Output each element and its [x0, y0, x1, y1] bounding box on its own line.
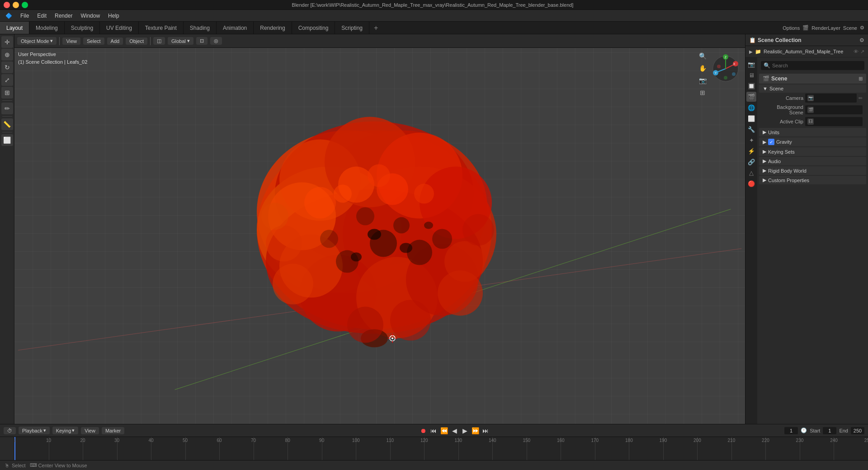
menu-window[interactable]: Window [77, 12, 104, 20]
scene-expand-icon[interactable]: ⊞ [859, 76, 863, 82]
grid-vp-icon[interactable]: ⊞ [697, 87, 708, 98]
viewport-3d[interactable]: Object Mode ▾ View Select Add Object ◫ G… [14, 34, 745, 424]
timeline-controls: ⏱ Playback ▾ Keying ▾ View Marker ⏺ ⏮ ⏪ … [0, 424, 868, 437]
view-menu[interactable]: View [62, 38, 80, 45]
menu-help[interactable]: Help [104, 12, 123, 20]
cursor-tool[interactable]: ✛ [1, 36, 13, 48]
add-primitive-tool[interactable]: ⬜ [1, 134, 13, 146]
nav-gizmo[interactable]: X Y Z [710, 51, 741, 82]
transform-tool[interactable]: ⊞ [1, 87, 13, 99]
close-button[interactable] [4, 2, 10, 8]
prop-tab-output[interactable]: 🖥 [746, 70, 756, 80]
menu-blender[interactable]: 🔷 [2, 12, 16, 20]
prop-tab-view-layer[interactable]: 🔲 [746, 81, 756, 91]
collection-info: (1) Scene Collection | Leafs_02 [18, 58, 87, 66]
prop-tab-material[interactable]: 🔴 [746, 179, 756, 188]
rotate-tool[interactable]: ↻ [1, 61, 13, 73]
hand-icon[interactable]: ✋ [697, 63, 708, 74]
annotate-tool[interactable]: ✏ [1, 103, 13, 114]
chevron-down-icon-4: ▾ [72, 428, 75, 433]
current-frame-field[interactable]: 1 [784, 427, 798, 434]
viewport-shading-wire[interactable]: ◫ [153, 37, 165, 45]
prop-tab-modifier[interactable]: 🔧 [746, 124, 756, 134]
keying-sets-header[interactable]: ▶ Keying Sets [759, 147, 866, 156]
prev-keyframe-button[interactable]: ⏪ [439, 426, 448, 435]
start-frame-field[interactable]: 1 [823, 427, 836, 434]
end-frame-field[interactable]: 250 [851, 427, 864, 434]
tab-shading[interactable]: Shading [184, 22, 217, 34]
scale-tool[interactable]: ⤢ [1, 74, 13, 86]
jump-end-button[interactable]: ⏭ [481, 426, 490, 435]
tab-scripting[interactable]: Scripting [335, 22, 369, 34]
search-bar[interactable]: 🔍 [761, 61, 864, 70]
tab-modeling[interactable]: Modeling [29, 22, 65, 34]
menu-render[interactable]: Render [51, 12, 76, 20]
menu-edit[interactable]: Edit [33, 12, 50, 20]
global-coord[interactable]: Global ▾ [168, 37, 193, 45]
rigid-body-header[interactable]: ▶ Rigid Body World [759, 166, 866, 175]
audio-section-header[interactable]: ▶ Audio [759, 157, 866, 165]
prop-tab-constraints[interactable]: 🔗 [746, 157, 756, 167]
search-input[interactable] [772, 63, 862, 68]
mode-select[interactable]: Object Mode ▾ [17, 37, 57, 45]
move-tool[interactable]: ⊕ [1, 49, 13, 61]
select-menu[interactable]: Select [83, 38, 104, 45]
search-vp-icon[interactable]: 🔍 [697, 51, 708, 61]
outliner-item[interactable]: ▶ 📁 Realistic_Autumn_Red_Maple_Tree 👁 ↗ [745, 46, 868, 57]
options-label: Options [783, 25, 800, 31]
timeline-main[interactable]: 1102030405060708090100110120130140150160… [14, 437, 868, 460]
maximize-button[interactable] [22, 2, 28, 8]
eye-icon[interactable]: 👁 [854, 49, 859, 54]
object-menu[interactable]: Object [126, 38, 147, 45]
tab-sculpting[interactable]: Sculpting [65, 22, 100, 34]
prop-tab-particles[interactable]: ✦ [746, 135, 756, 145]
prop-tab-world[interactable]: 🌐 [746, 103, 756, 113]
marker-menu[interactable]: Marker [102, 427, 124, 434]
outliner-filter[interactable]: ⚙ [859, 37, 864, 43]
ruler-label: 160 [557, 438, 565, 443]
view-menu-tl[interactable]: View [81, 427, 99, 434]
timeline-track: 1102030405060708090100110120130140150160… [0, 437, 868, 460]
units-section-header[interactable]: ▶ Units [759, 128, 866, 136]
minimize-button[interactable] [13, 2, 19, 8]
gravity-section-header[interactable]: ▶ ✓ Gravity [759, 137, 866, 146]
menu-file[interactable]: File [17, 12, 33, 20]
keying-menu[interactable]: Keying ▾ [52, 427, 79, 434]
camera-value[interactable]: 📷 [805, 94, 857, 103]
camera-edit-icon[interactable]: ✏ [859, 95, 863, 101]
gravity-checkbox[interactable]: ✓ [768, 139, 774, 145]
tab-layout[interactable]: Layout [0, 22, 29, 34]
active-clip-value[interactable]: 🎞 [805, 117, 863, 126]
prop-tab-scene[interactable]: 🎬 [746, 92, 756, 102]
proportional-edit[interactable]: ◎ [210, 37, 222, 45]
prop-tab-render[interactable]: 📷 [746, 59, 756, 69]
camera-vp-icon[interactable]: 📷 [697, 75, 708, 86]
play-button[interactable]: ▶ [460, 426, 469, 435]
next-keyframe-button[interactable]: ⏩ [471, 426, 480, 435]
tab-rendering[interactable]: Rendering [254, 22, 292, 34]
select-icon[interactable]: ↗ [860, 49, 864, 55]
scene-section: ▼ Scene Camera 📷 ✏ Background Scene 🎬 [759, 85, 866, 127]
tab-texture-paint[interactable]: Texture Paint [139, 22, 184, 34]
add-menu[interactable]: Add [107, 38, 123, 45]
jump-start-button[interactable]: ⏮ [429, 426, 438, 435]
custom-props-header[interactable]: ▶ Custom Properties [759, 176, 866, 184]
record-button[interactable]: ⏺ [419, 426, 428, 435]
scene-prop-title: Scene [771, 75, 787, 82]
ruler-label: 120 [420, 438, 428, 443]
prop-tab-data[interactable]: △ [746, 168, 756, 178]
tab-uv-editing[interactable]: UV Editing [100, 22, 139, 34]
play-reverse-button[interactable]: ◀ [450, 426, 459, 435]
scene-section-header[interactable]: ▼ Scene [759, 85, 866, 93]
tab-compositing[interactable]: Compositing [292, 22, 335, 34]
tab-animation[interactable]: Animation [217, 22, 254, 34]
measure-tool[interactable]: 📏 [1, 118, 13, 130]
add-workspace-button[interactable]: + [369, 22, 382, 34]
prop-tab-object[interactable]: ⬜ [746, 113, 756, 123]
svg-text:X: X [733, 62, 736, 66]
prop-tab-physics[interactable]: ⚡ [746, 146, 756, 156]
snap-toggle[interactable]: ⊡ [196, 37, 208, 45]
playback-menu[interactable]: Playback ▾ [19, 427, 50, 434]
background-scene-value[interactable]: 🎬 [805, 105, 863, 114]
timeline-icon[interactable]: ⏱ [4, 427, 16, 434]
